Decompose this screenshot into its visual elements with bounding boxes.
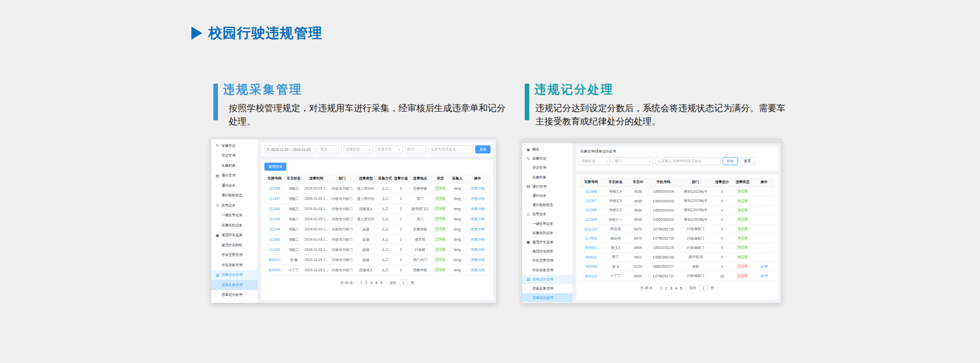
plate-link[interactable]: 8211307 [584, 227, 598, 231]
search-button[interactable]: 搜索 [723, 157, 738, 165]
action-link[interactable]: 查看详情 [471, 187, 484, 190]
plate-link[interactable]: 京2344 [269, 227, 280, 231]
action-link[interactable]: 查看详情 [471, 238, 484, 241]
plate-link[interactable]: 京2346 [269, 207, 280, 211]
plate-link[interactable]: 京2345 [269, 217, 280, 221]
plate-link[interactable]: 京2347 [269, 197, 280, 200]
plate-link[interactable]: 829602 [585, 246, 597, 249]
page-jump-input[interactable] [400, 279, 408, 286]
page-number-button[interactable]: 1 [660, 287, 662, 290]
action-link[interactable]: 查看详情 [471, 197, 484, 200]
sidebar-item[interactable]: 违章记分处理 [211, 290, 258, 300]
action-link[interactable]: 查看详情 [471, 227, 484, 231]
sidebar-item[interactable]: ◉概览 [522, 145, 573, 154]
action-link[interactable]: 处理 [761, 265, 768, 268]
sidebar-item[interactable]: 一键告警记录 [522, 219, 573, 228]
action-link[interactable]: 查看详情 [471, 207, 484, 211]
sidebar-item[interactable]: 通行记录 [522, 191, 573, 200]
sidebar-item[interactable]: 停车设备管理 [522, 265, 573, 274]
sidebar-item[interactable]: ⚠告警记录 [522, 210, 573, 219]
sidebar-item[interactable]: 违章采集管理 [522, 284, 573, 293]
sidebar-item[interactable]: ▣规范停车监测 [522, 238, 573, 247]
department-select[interactable]: 部门 ▾ [612, 157, 653, 165]
sidebar-item[interactable]: 停车设备管理 [211, 260, 258, 270]
sidebar-item[interactable]: 规范停车时段 [522, 247, 573, 256]
sidebar-item[interactable]: 登记管理 [522, 163, 573, 172]
table-cell: 超速 [355, 224, 377, 235]
plate-link[interactable]: 京2345 [585, 218, 597, 221]
sidebar-item[interactable]: 登记管理 [211, 151, 258, 161]
page-number-button[interactable]: 2 [365, 281, 368, 284]
keyword-search-input[interactable]: 采集人/车牌号码/车主姓名 [655, 157, 721, 165]
plate-link[interactable]: 京2342 [269, 248, 280, 251]
sidebar-item[interactable]: ⚠告警记录 [211, 200, 258, 211]
violation-status-select[interactable]: 违章状态 ▾ [579, 157, 610, 165]
plate-link[interactable]: 京2346 [585, 208, 597, 212]
sidebar-item[interactable]: 车辆安防记录 [522, 228, 573, 238]
reset-button[interactable]: 重置 [740, 157, 755, 165]
page-number-button[interactable]: 4 [375, 281, 377, 284]
sidebar-item[interactable]: 车辆档案 [522, 173, 573, 182]
sidebar-item[interactable]: 通行记录 [211, 180, 258, 191]
violation-type-select[interactable]: 违章类型 ▾ [344, 145, 373, 153]
plate-link[interactable]: 京2347 [585, 199, 597, 202]
table-cell: 13796251721 [648, 271, 679, 280]
table-cell: tang [449, 224, 465, 235]
action-link[interactable]: 查看详情 [471, 268, 484, 272]
plate-link[interactable]: 京2348 [269, 187, 280, 190]
sidebar-item[interactable]: ✎车辆登记 [211, 141, 258, 151]
prev-page-button[interactable]: ‹ [656, 287, 657, 290]
table-cell: 18662502377 [648, 262, 679, 271]
department-input[interactable]: 部门 [405, 145, 426, 153]
plate-link[interactable]: 京-2901 [585, 237, 597, 240]
search-button[interactable]: 搜索 [475, 145, 491, 153]
sidebar-item[interactable]: 车辆安防记录 [211, 220, 258, 230]
next-page-button[interactable]: › [685, 287, 686, 290]
next-page-button[interactable]: › [385, 281, 386, 284]
sidebar-item[interactable]: ▥违章记分管理 [211, 270, 258, 280]
plate-owner-input[interactable]: 车牌号/车主姓名 [428, 145, 473, 153]
date-range-picker[interactable]: ▦ 2023-12-20 ~ 2024-01-03 [264, 145, 316, 153]
sidebar-item[interactable]: ✎车辆登记 [522, 154, 573, 163]
plate-link[interactable]: 840123 [585, 274, 597, 278]
collect-method-select[interactable]: 采集方式 ▾ [375, 145, 403, 153]
page-number-button[interactable]: 5 [380, 281, 382, 284]
plate-link[interactable]: B00015 [268, 268, 280, 272]
sidebar-item[interactable]: 通行授权状态 [522, 200, 573, 210]
action-link[interactable]: 查看详情 [471, 248, 484, 251]
action-link[interactable]: 查看详情 [471, 217, 484, 221]
page-number-button[interactable]: 3 [370, 281, 372, 284]
feature-section-scoring: 违规记分处理 违规记分达到设定分数后，系统会将违规状态记为满分。需要车主接受教育… [525, 82, 790, 128]
sidebar-item[interactable]: 一键告警记录 [211, 211, 258, 221]
page-number-button[interactable]: 1 [360, 281, 362, 284]
page-jump-input[interactable] [699, 285, 707, 292]
sidebar-item[interactable]: 规范停车时段 [211, 240, 258, 250]
sidebar-item[interactable]: ▥违章记分管理 [522, 275, 573, 284]
status-select[interactable]: 状态 ▾ [318, 145, 341, 153]
page-number-button[interactable]: 2 [665, 287, 667, 290]
action-link[interactable]: 查看详情 [471, 258, 484, 262]
page-number-button[interactable]: 3 [670, 287, 672, 290]
page-number-button[interactable]: 5 [680, 287, 682, 290]
plate-link[interactable]: 京2343 [269, 238, 280, 241]
plate-link[interactable]: 900011 [585, 255, 597, 259]
sidebar-item[interactable]: 违章记分处理 [522, 293, 573, 302]
sidebar-item[interactable]: 违章采集管理 [211, 280, 258, 290]
plate-link[interactable]: 900068 [585, 265, 597, 268]
sidebar-item[interactable]: ▤通行管理 [211, 171, 258, 181]
sidebar-item[interactable]: 停车交费管理 [522, 256, 573, 265]
table-cell: 小丁丁 [603, 271, 628, 280]
status-badge: 未记满 [736, 245, 749, 250]
plate-link[interactable]: B00017 [268, 258, 280, 262]
sidebar-item[interactable]: ▤通行管理 [522, 182, 573, 191]
prev-page-button[interactable]: ‹ [356, 281, 357, 284]
sidebar-item[interactable]: ▣规范停车监测 [211, 230, 258, 241]
page-number-button[interactable]: 4 [675, 287, 677, 290]
sidebar-item[interactable]: 车辆档案 [211, 161, 258, 171]
sidebar-item[interactable]: 通行授权状态 [211, 191, 258, 201]
action-link[interactable]: 处理 [761, 274, 768, 277]
left-filter-bar: ▦ 2023-12-20 ~ 2024-01-03 状态 ▾ 违章类型 ▾ 采集… [261, 142, 493, 157]
plate-link[interactable]: 京2348 [585, 190, 597, 193]
add-violation-button[interactable]: 新增违章 [264, 163, 286, 171]
sidebar-item[interactable]: 停车交费管理 [211, 250, 258, 261]
